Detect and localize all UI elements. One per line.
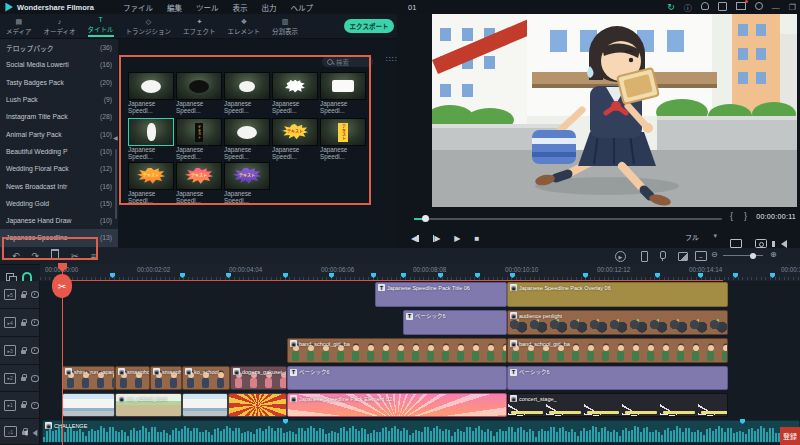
tab-トランジション[interactable]: ◇トランジション [126, 17, 172, 36]
zoom-out-icon[interactable]: ⊖ [711, 250, 718, 259]
undo-icon[interactable]: ↶ [12, 251, 20, 261]
clip-Japanese Speedline Pack Title 06[interactable]: TJapanese Speedline Pack Title 06 [375, 282, 507, 307]
register-badge[interactable]: 登録 [780, 427, 800, 445]
clip-sunburst[interactable] [228, 393, 287, 417]
clip-ベーシック6[interactable]: Tベーシック6 [507, 366, 728, 390]
account-icon[interactable] [701, 2, 709, 12]
eye-icon[interactable] [31, 375, 39, 382]
timeline-marker-icon[interactable] [180, 273, 185, 278]
menu-出力[interactable]: 出力 [261, 2, 276, 13]
sidebar-item-News Broadcast Intr[interactable]: News Broadcast Intr(16) [0, 177, 118, 194]
title-thumbnail-4[interactable] [272, 72, 318, 100]
title-thumbnail-12[interactable]: テキスト [176, 162, 222, 190]
title-thumbnail-7[interactable]: テキスト [176, 118, 222, 146]
clip-town[interactable] [182, 393, 228, 417]
eye-icon[interactable] [31, 347, 39, 354]
subtitle-icon[interactable]: ▪▪ [695, 251, 707, 261]
menu-ヘルプ[interactable]: ヘルプ [290, 2, 313, 13]
clip-town[interactable] [62, 393, 115, 417]
sync-icon[interactable]: ↻ [667, 2, 675, 12]
speaker-icon[interactable] [32, 423, 38, 441]
previous-frame-button[interactable]: ◀ [411, 234, 419, 243]
title-thumbnail-9[interactable]: テキスト [272, 118, 318, 146]
stop-button[interactable]: ■ [474, 234, 479, 243]
collapse-sidebar-arrow[interactable]: ◀ [113, 134, 118, 141]
title-thumbnail-3[interactable] [224, 72, 270, 100]
playhead-scissors-badge[interactable]: ✂ [52, 274, 72, 298]
lock-icon[interactable] [21, 350, 26, 354]
title-thumbnail-11[interactable]: テキスト [128, 162, 174, 190]
sidebar-item-Animal Party Pack[interactable]: Animal Party Pack(10) [0, 125, 118, 142]
title-thumbnail-8[interactable] [224, 118, 270, 146]
search-input[interactable]: 検索 [322, 56, 373, 67]
tab-タイトル[interactable]: Tタイトル [88, 15, 114, 37]
sidebar-item-Instagram Title Pack[interactable]: Instagram Title Pack(28) [0, 108, 118, 125]
mail-icon[interactable] [736, 2, 746, 12]
phone-icon[interactable] [641, 251, 648, 264]
clip-concert_stage_[interactable]: ▣concert_stage_ [507, 393, 728, 417]
next-frame-button[interactable]: ▶ [433, 234, 441, 243]
menu-編集[interactable]: 編集 [167, 2, 182, 13]
preview-zoom-select[interactable]: フル▾ [685, 232, 717, 242]
clip-dogeza_gakusei_won[interactable]: ▣dogeza_gakusei_won [230, 366, 287, 390]
clip-CHALLENGE[interactable]: ▣CHALLENGE [42, 420, 800, 443]
export-button[interactable]: エクスポート [344, 19, 394, 33]
sidebar-item-Wedding Floral Pack[interactable]: Wedding Floral Pack(12) [0, 160, 118, 177]
tab-分割表示[interactable]: ▥分割表示 [272, 17, 298, 36]
clip-Japanese Speedline Pack Overlay 06[interactable]: ▣Japanese Speedline Pack Overlay 06 [507, 282, 728, 307]
timeline-zoom-handle[interactable] [750, 253, 756, 259]
title-thumbnail-1[interactable] [128, 72, 174, 100]
mark-in-icon[interactable]: { [730, 211, 733, 221]
clip-ko_school_[interactable]: ▣ko_school_ [182, 366, 230, 390]
sidebar-item-Japanese Hand Draw[interactable]: Japanese Hand Draw(10) [0, 212, 118, 229]
sidebar-item-テロップパック[interactable]: テロップパック(36) [0, 39, 118, 56]
clip-smartph_[interactable]: ▣smartph_ [150, 366, 182, 390]
tab-エレメント[interactable]: ❖エレメント [228, 17, 261, 36]
lock-icon[interactable] [21, 377, 26, 381]
sidebar-item-Lush Pack[interactable]: Lush Pack(9) [0, 91, 118, 108]
title-thumbnail-6[interactable] [128, 118, 174, 146]
lock-icon[interactable] [21, 404, 26, 408]
timeline-ruler[interactable]: 00:00:00:0000:00:02:0200:00:04:0400:00:0… [40, 264, 800, 281]
timeline-zoom-slider[interactable] [723, 255, 763, 256]
play-button[interactable]: ▶ [454, 234, 460, 243]
sidebar-scrollbar[interactable] [115, 149, 117, 219]
clip-ins_school_front[interactable]: ▣ins_school_front [115, 393, 182, 417]
eye-icon[interactable] [31, 319, 39, 326]
clip-shinu_run_japan_[interactable]: ▣shinu_run_japan_ [62, 366, 115, 390]
split-scissors-icon[interactable]: ✂ [71, 251, 79, 261]
sidebar-item-Social Media Lowerti[interactable]: Social Media Lowerti(16) [0, 56, 118, 73]
clip-band_school_girl_ba[interactable]: ▣band_school_girl_ba [287, 338, 507, 363]
tab-エフェクト[interactable]: ✦エフェクト [183, 17, 216, 36]
menu-ファイル[interactable]: ファイル [123, 2, 153, 13]
render-preview-icon[interactable]: ▶ [615, 251, 626, 262]
record-voiceover-icon[interactable] [660, 251, 666, 261]
lock-icon[interactable] [21, 294, 26, 298]
mixer-icon[interactable] [678, 252, 688, 263]
clip-audience penlight[interactable]: ▣audience penlight [507, 310, 728, 335]
lock-icon[interactable] [21, 322, 26, 326]
redo-icon[interactable]: ↷ [32, 251, 40, 261]
menu-ツール[interactable]: ツール [196, 2, 219, 13]
menu-表示[interactable]: 表示 [232, 2, 247, 13]
eye-icon[interactable] [31, 402, 39, 409]
maximize-button[interactable]: ❐ [789, 3, 796, 12]
title-thumbnail-2[interactable] [176, 72, 222, 100]
zoom-in-icon[interactable]: ⊕ [770, 250, 777, 259]
info-icon[interactable]: ⓘ [684, 2, 692, 13]
clip-ベーシック6[interactable]: Tベーシック6 [403, 310, 507, 335]
scrubber-handle[interactable] [422, 215, 429, 222]
timeline-marker-icon[interactable] [698, 273, 703, 278]
title-thumbnail-13[interactable]: テキスト [224, 162, 270, 190]
delete-icon[interactable] [51, 249, 59, 263]
clip-smartphone_[interactable]: ▣smartphone_ [115, 366, 150, 390]
timeline-marker-icon[interactable] [283, 273, 288, 278]
title-thumbnail-10[interactable]: テキスト [320, 118, 366, 146]
sidebar-item-Tasty Badges Pack[interactable]: Tasty Badges Pack(20) [0, 74, 118, 91]
timeline-marker-icon[interactable] [329, 273, 334, 278]
minimize-button[interactable]: — [772, 3, 780, 12]
clip-ベーシック6[interactable]: Tベーシック6 [287, 366, 507, 390]
video-preview[interactable] [432, 14, 797, 207]
eye-icon[interactable] [31, 291, 39, 298]
clip-Japanese Speedline Pack Element 02[interactable]: ▣Japanese Speedline Pack Element 02 [287, 393, 507, 417]
